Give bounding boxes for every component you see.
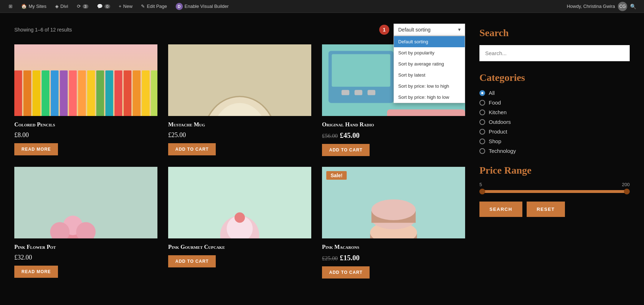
price-original-original-hand-radio: £56.00 xyxy=(322,133,338,139)
main-content: Showing 1–6 of 12 results 1 Default sort… xyxy=(0,13,644,289)
product-image-pink-flower-pot xyxy=(14,167,157,238)
svg-rect-3 xyxy=(23,71,31,116)
sort-option-0[interactable]: Default sorting xyxy=(394,36,465,47)
svg-rect-17 xyxy=(151,71,157,116)
category-item-technology[interactable]: Technology xyxy=(479,148,630,154)
svg-rect-25 xyxy=(342,90,350,95)
category-label-all: All xyxy=(489,90,495,96)
product-price-pink-flower-pot: £32.00 xyxy=(14,254,157,261)
divi-builder-badge: D xyxy=(176,3,183,10)
divi-icon: ◈ xyxy=(55,4,59,9)
plus-icon: + xyxy=(119,4,122,9)
search-button[interactable]: SEARCH xyxy=(479,202,522,217)
sort-select[interactable]: Default sortingSort by popularitySort by… xyxy=(394,24,465,36)
svg-rect-24 xyxy=(332,54,390,87)
svg-rect-26 xyxy=(355,90,362,95)
category-item-kitchen[interactable]: Kitchen xyxy=(479,109,630,115)
categories-list: AllFoodKitchenOutdoorsProductShopTechnol… xyxy=(479,90,630,154)
svg-point-48 xyxy=(234,212,245,223)
search-title: Search xyxy=(479,27,630,39)
sort-option-1[interactable]: Sort by popularity xyxy=(394,47,465,58)
price-slider-track[interactable] xyxy=(479,190,630,193)
product-title-original-hand-radio: Original Hand Radio xyxy=(322,121,465,129)
add-to-cart-button-pink-macarons[interactable]: ADD TO CART xyxy=(322,266,370,279)
sidebar: Search Categories AllFoodKitchenOutdoors… xyxy=(479,24,630,279)
category-radio-outdoors[interactable] xyxy=(479,119,485,125)
edit-page-item[interactable]: ✎ Edit Page xyxy=(137,0,171,13)
price-max: 200 xyxy=(622,182,630,187)
category-item-product[interactable]: Product xyxy=(479,129,630,135)
category-radio-product[interactable] xyxy=(479,129,485,135)
sort-area: 1 Default sortingSort by popularitySort … xyxy=(379,24,465,36)
category-item-food[interactable]: Food xyxy=(479,100,630,106)
product-image-pink-macarons: Sale! xyxy=(322,167,465,238)
price-slider-handle-right[interactable] xyxy=(624,189,630,194)
product-price-original-hand-radio: £56.00£45.00 xyxy=(322,131,465,140)
results-bar: Showing 1–6 of 12 results 1 Default sort… xyxy=(14,24,465,36)
sale-badge-pink-macarons: Sale! xyxy=(326,171,347,180)
sort-option-2[interactable]: Sort by average rating xyxy=(394,58,465,69)
sync-icon: ⟳ xyxy=(77,4,81,9)
category-label-outdoors: Outdoors xyxy=(489,119,511,125)
my-sites[interactable]: 🏠 My Sites xyxy=(17,0,51,13)
comment-icon: 💬 xyxy=(97,4,103,9)
product-image-colored-pencils xyxy=(14,44,157,116)
sort-option-4[interactable]: Sort by price: low to high xyxy=(394,81,465,92)
category-item-outdoors[interactable]: Outdoors xyxy=(479,119,630,125)
svg-point-59 xyxy=(371,199,416,220)
product-card-pink-flower-pot: Pink Flower Pot£32.00READ MORE xyxy=(14,167,157,279)
sort-select-wrapper[interactable]: Default sortingSort by popularitySort by… xyxy=(394,24,465,36)
new-item[interactable]: + New xyxy=(114,0,137,13)
add-to-cart-button-pink-gourmet-cupcake[interactable]: ADD TO CART xyxy=(168,255,216,267)
category-item-all[interactable]: All xyxy=(479,90,630,96)
category-label-shop: Shop xyxy=(489,138,501,144)
svg-rect-12 xyxy=(106,71,113,116)
category-radio-technology[interactable] xyxy=(479,148,485,154)
svg-rect-27 xyxy=(367,90,375,95)
divi-menu[interactable]: ◈ Divi xyxy=(51,0,73,13)
svg-rect-4 xyxy=(33,71,40,116)
comments-item[interactable]: 💬 0 xyxy=(93,0,114,13)
sort-option-5[interactable]: Sort by price: high to low xyxy=(394,92,465,103)
product-title-pink-gourmet-cupcake: Pink Gourmet Cupcake xyxy=(168,243,311,251)
product-title-mustache-mug: Mustache Mug xyxy=(168,121,311,129)
search-input[interactable] xyxy=(479,45,630,61)
enable-builder-item[interactable]: D Enable Visual Builder xyxy=(171,0,233,13)
sort-option-3[interactable]: Sort by latest xyxy=(394,69,465,81)
product-image-mustache-mug xyxy=(168,44,311,116)
admin-search-icon[interactable]: 🔍 xyxy=(630,4,636,9)
admin-bar: ⊞ 🏠 My Sites ◈ Divi ⟳ 3 💬 0 + New ✎ Edit… xyxy=(0,0,644,13)
add-to-cart-button-original-hand-radio[interactable]: ADD TO CART xyxy=(322,144,370,156)
product-title-colored-pencils: Colored Pencils xyxy=(14,121,157,129)
svg-rect-7 xyxy=(60,71,68,116)
category-item-shop[interactable]: Shop xyxy=(479,138,630,144)
svg-rect-28 xyxy=(387,110,465,116)
product-price-colored-pencils: £8.00 xyxy=(14,131,157,139)
admin-bar-right: Howdy, Christina Gwira CG 🔍 xyxy=(567,2,640,11)
sidebar-buttons: SEARCH RESET xyxy=(479,202,630,217)
shop-area: Showing 1–6 of 12 results 1 Default sort… xyxy=(14,24,465,279)
category-radio-kitchen[interactable] xyxy=(479,110,485,115)
price-sale-pink-macarons: £15.00 xyxy=(340,254,360,262)
category-label-product: Product xyxy=(489,129,507,135)
price-original-pink-macarons: £25.00 xyxy=(322,255,338,261)
product-title-pink-macarons: Pink Macarons xyxy=(322,243,465,251)
add-to-cart-button-mustache-mug[interactable]: ADD TO CART xyxy=(168,143,216,155)
categories-title: Categories xyxy=(479,72,630,83)
product-price-mustache-mug: £25.00 xyxy=(168,131,311,139)
avatar[interactable]: CG xyxy=(618,2,627,11)
category-radio-all[interactable] xyxy=(479,90,485,96)
svg-rect-9 xyxy=(78,71,86,116)
read-more-button-colored-pencils[interactable]: READ MORE xyxy=(14,143,58,155)
results-text: Showing 1–6 of 12 results xyxy=(14,27,72,33)
sort-dropdown[interactable]: Default sortingSort by popularitySort by… xyxy=(394,36,465,103)
category-radio-food[interactable] xyxy=(479,100,485,106)
product-price-pink-macarons: £25.00£15.00 xyxy=(322,254,465,262)
category-radio-shop[interactable] xyxy=(479,139,485,144)
read-more-button-pink-flower-pot[interactable]: READ MORE xyxy=(14,266,58,278)
home-icon: 🏠 xyxy=(21,4,27,9)
price-slider-handle-left[interactable] xyxy=(479,189,485,194)
sync-item[interactable]: ⟳ 3 xyxy=(73,0,93,13)
wp-logo[interactable]: ⊞ xyxy=(4,0,17,13)
reset-button[interactable]: RESET xyxy=(527,202,565,217)
